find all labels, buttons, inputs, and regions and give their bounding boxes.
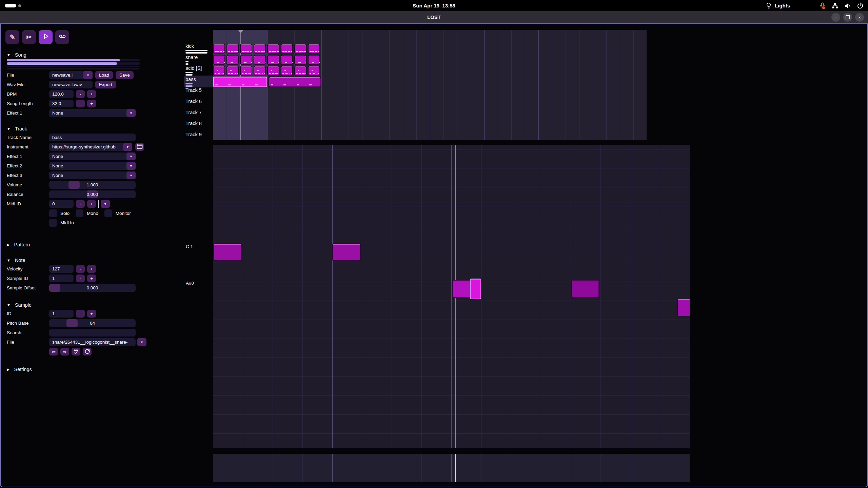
midi-id-dropdown-button[interactable]: ▼ bbox=[101, 200, 110, 208]
track-label-kick[interactable]: kick bbox=[185, 43, 194, 49]
power-icon[interactable] bbox=[856, 2, 864, 9]
piano-note-As0-sel[interactable] bbox=[470, 279, 481, 299]
track-label-Track-6[interactable]: Track 6 bbox=[185, 99, 202, 104]
velocity-decrement-button[interactable]: - bbox=[76, 265, 85, 273]
chevron-down-icon[interactable]: ▼ bbox=[123, 143, 132, 151]
volume-icon[interactable] bbox=[844, 2, 851, 9]
track-name-input[interactable]: bass bbox=[49, 134, 136, 141]
song-length-input[interactable]: 32.0 bbox=[49, 100, 74, 107]
pattern-block-kick-1[interactable] bbox=[213, 44, 225, 54]
minimize-button[interactable]: – bbox=[831, 13, 840, 22]
network-icon[interactable] bbox=[831, 2, 839, 9]
pattern-block-bass-1[interactable] bbox=[213, 77, 267, 87]
id-input[interactable]: 1 bbox=[49, 310, 74, 318]
section-pattern[interactable]: ▶ Pattern bbox=[7, 242, 149, 248]
mic-muted-icon[interactable] bbox=[819, 2, 826, 9]
track-effect1-dropdown[interactable]: None ▼ bbox=[49, 152, 136, 160]
pattern-block-acid-S--6[interactable] bbox=[281, 66, 293, 76]
draw-tool-button[interactable]: ✎ bbox=[5, 30, 19, 44]
audition-button[interactable] bbox=[72, 348, 80, 355]
pattern-block-kick-6[interactable] bbox=[281, 44, 293, 54]
midi-in-checkbox[interactable] bbox=[49, 219, 57, 227]
solo-checkbox[interactable] bbox=[49, 209, 57, 217]
pattern-block-acid-S--1[interactable] bbox=[213, 66, 225, 76]
reload-sample-button[interactable] bbox=[83, 348, 92, 355]
balance-slider[interactable]: 0.000 bbox=[49, 190, 136, 198]
chevron-down-icon[interactable]: ▼ bbox=[126, 171, 136, 179]
midi-id-input[interactable]: 0 bbox=[49, 200, 74, 208]
pattern-block-acid-S--8[interactable] bbox=[308, 66, 320, 76]
pattern-block-snare-8[interactable] bbox=[308, 55, 320, 65]
pattern-block-acid-S--3[interactable] bbox=[240, 66, 252, 76]
section-settings[interactable]: ▶ Settings bbox=[7, 366, 149, 372]
id-decrement-button[interactable]: - bbox=[76, 310, 85, 318]
song-file-dropdown[interactable]: newsave.l ▼ bbox=[49, 71, 93, 79]
chevron-down-icon[interactable]: ▼ bbox=[126, 152, 136, 160]
sample-id-increment-button[interactable]: + bbox=[87, 274, 96, 282]
instrument-browser-button[interactable] bbox=[135, 143, 144, 151]
track-label-acid-S-[interactable]: acid [S] bbox=[185, 65, 202, 71]
track-label-bass[interactable]: bass bbox=[185, 77, 196, 82]
bpm-decrement-button[interactable]: - bbox=[76, 90, 85, 98]
sample-file-input[interactable]: snare/264431__logicogonist__snare- bbox=[49, 338, 136, 346]
id-increment-button[interactable]: + bbox=[87, 310, 96, 318]
pattern-block-snare-7[interactable] bbox=[294, 55, 307, 65]
bpm-input[interactable]: 120.0 bbox=[49, 90, 74, 98]
pattern-block-snare-4[interactable] bbox=[254, 55, 266, 65]
section-sample[interactable]: ▼ Sample bbox=[7, 302, 149, 308]
bottom-pattern-strip[interactable] bbox=[213, 454, 690, 482]
pattern-block-kick-7[interactable] bbox=[294, 44, 307, 54]
monitor-checkbox[interactable] bbox=[104, 209, 112, 217]
song-effect1-dropdown[interactable]: None ▼ bbox=[49, 109, 136, 117]
pattern-block-acid-S--4[interactable] bbox=[254, 66, 266, 76]
sample-id-decrement-button[interactable]: - bbox=[76, 274, 85, 282]
tape-button[interactable] bbox=[55, 30, 69, 44]
track-label-Track-7[interactable]: Track 7 bbox=[185, 110, 202, 115]
pattern-block-kick-4[interactable] bbox=[254, 44, 266, 54]
track-label-Track-8[interactable]: Track 8 bbox=[185, 121, 202, 126]
piano-note-As0-b[interactable] bbox=[571, 280, 599, 298]
lights-button[interactable]: Lights bbox=[765, 2, 790, 9]
instrument-dropdown[interactable]: https://surge-synthesizer.github ▼ bbox=[49, 143, 132, 151]
pattern-block-acid-S--5[interactable] bbox=[267, 66, 279, 76]
sample-offset-slider[interactable]: 0.000 bbox=[49, 284, 136, 292]
track-effect3-dropdown[interactable]: None ▼ bbox=[49, 171, 136, 179]
save-button[interactable]: Save bbox=[116, 71, 134, 79]
chevron-down-icon[interactable]: ▼ bbox=[126, 109, 136, 117]
track-label-Track-9[interactable]: Track 9 bbox=[185, 132, 202, 137]
load-button[interactable]: Load bbox=[95, 71, 113, 79]
pattern-block-kick-5[interactable] bbox=[267, 44, 279, 54]
next-sample-button[interactable]: ⇨ bbox=[60, 348, 69, 355]
piano-note-C1-a[interactable] bbox=[213, 243, 242, 261]
piano-note-A0[interactable] bbox=[677, 299, 690, 317]
wav-file-input[interactable]: newsave.l.wav bbox=[49, 81, 93, 88]
volume-slider[interactable]: 1.000 bbox=[49, 181, 136, 189]
maximize-button[interactable] bbox=[843, 13, 852, 22]
section-note[interactable]: ▼ Note bbox=[7, 257, 149, 263]
piano-note-C1-b[interactable] bbox=[332, 243, 361, 261]
pattern-block-snare-1[interactable] bbox=[213, 55, 225, 65]
sample-file-dropdown-button[interactable]: ▼ bbox=[137, 338, 146, 346]
track-effect2-dropdown[interactable]: None ▼ bbox=[49, 162, 136, 170]
section-song[interactable]: ▼ Song bbox=[7, 52, 149, 58]
song-length-increment-button[interactable]: + bbox=[87, 100, 96, 107]
bpm-increment-button[interactable]: + bbox=[87, 90, 96, 98]
close-button[interactable]: × bbox=[855, 13, 864, 22]
search-input[interactable] bbox=[49, 329, 136, 337]
export-button[interactable]: Export bbox=[95, 81, 116, 88]
chevron-down-icon[interactable]: ▼ bbox=[83, 71, 93, 79]
track-label-snare[interactable]: snare bbox=[185, 55, 198, 60]
pattern-block-acid-S--7[interactable] bbox=[294, 66, 307, 76]
piano-roll[interactable] bbox=[213, 145, 690, 448]
midi-id-increment-button[interactable]: + bbox=[87, 200, 96, 208]
pattern-block-bass-2[interactable] bbox=[269, 77, 321, 87]
play-button[interactable] bbox=[39, 30, 53, 44]
mono-checkbox[interactable] bbox=[76, 209, 83, 217]
midi-id-decrement-button[interactable]: - bbox=[76, 200, 85, 208]
arrangement-timeline[interactable] bbox=[213, 30, 647, 140]
pattern-block-kick-8[interactable] bbox=[308, 44, 320, 54]
velocity-input[interactable]: 127 bbox=[49, 265, 74, 273]
pattern-block-snare-3[interactable] bbox=[240, 55, 252, 65]
chevron-down-icon[interactable]: ▼ bbox=[126, 162, 136, 170]
section-track[interactable]: ▼ Track bbox=[7, 126, 149, 132]
